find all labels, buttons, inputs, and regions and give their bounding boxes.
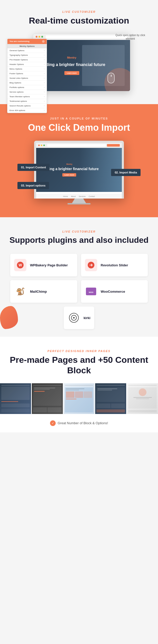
bottom-note-text: Great Number of Block & Options!: [58, 421, 108, 425]
thumb2-grid1: [33, 407, 47, 412]
thumb1-hero: [1, 387, 30, 400]
customizer-item-typography[interactable]: Typography Options: [7, 53, 47, 58]
customizer-item-testimonial[interactable]: Testimonial options: [7, 99, 47, 104]
browser-dot-yellow: [38, 36, 40, 38]
thumb3-cards: [66, 391, 92, 398]
customizer-panel-header: You are customizing: [7, 39, 47, 44]
customizer-item-menu[interactable]: Menu Options: [7, 67, 47, 71]
customizer-item-error[interactable]: Error 404 options: [7, 108, 47, 113]
thumb5-inner: [127, 383, 158, 414]
customizer-item-blog[interactable]: Blog Options: [7, 81, 47, 85]
thumb4-content: [96, 387, 125, 402]
customizer-item-team[interactable]: Team Member options: [7, 94, 47, 99]
thumb3-card1: [66, 391, 74, 398]
thumb4-bottom: [96, 403, 125, 408]
thumb3-card3: [84, 391, 92, 398]
wpbakery-label: WPBakery Page Builder: [30, 263, 68, 267]
section4-label: PERFECT DESIGNED INNER PAGES: [0, 350, 158, 353]
monitor-base: [67, 203, 91, 204]
site-hero: Mentry Building a brighter financial fut…: [33, 40, 130, 91]
close-icon[interactable]: [42, 40, 45, 43]
thumb5-line2: [136, 398, 149, 399]
thumb2-bar: [33, 385, 62, 386]
thumb2-inner: [32, 383, 63, 414]
blob-shape: [0, 306, 18, 329]
import-badge-content: 01. Import Content: [17, 164, 50, 171]
mailchimp-icon: 🐒: [14, 285, 26, 298]
thumb4-inner: [95, 383, 126, 414]
svg-text:W: W: [18, 263, 22, 267]
svg-text:woo: woo: [88, 291, 93, 293]
import-demo-wrapper: 01. Import Content 02. Import Media 03. …: [15, 141, 143, 204]
thumb2-grid2: [47, 407, 61, 412]
customizer-item-general[interactable]: General Options: [7, 48, 47, 53]
monitor-container: Mentry Building a brighter financial fut…: [34, 141, 124, 204]
monitor-cta: Learn more: [62, 173, 76, 177]
pages-preview: [0, 383, 158, 414]
thumb5-line1: [133, 397, 152, 398]
mouse-shape: [107, 73, 115, 83]
plugin-wpbakery: W WPBakery Page Builder: [10, 254, 77, 276]
page-thumb-2: [32, 383, 63, 414]
thumb2-line2: [34, 389, 50, 390]
nav-item4: Contact: [89, 195, 95, 197]
bottom-note: ✓ Great Number of Block & Options!: [0, 414, 158, 432]
dot-green: [43, 145, 45, 146]
quick-open-note: Quick open option by click element: [112, 34, 148, 41]
thumb4-bar: [96, 385, 125, 386]
customizer-demo: Quick open option by click element You a…: [7, 34, 151, 91]
revslider-label: Revolution Slider: [101, 263, 128, 267]
check-icon: ✓: [50, 420, 56, 426]
plugin-mailchimp: 🐒 MailChimp: [10, 280, 77, 303]
mouse-scroll: [111, 75, 112, 77]
premade-section: PERFECT DESIGNED INNER PAGES Pre-made Pa…: [0, 337, 158, 432]
thumb4-b2: [111, 403, 125, 408]
section2-label: JUST IN A COUPLE OF MINUTES: [5, 117, 153, 120]
decorative-blob-left: [0, 306, 21, 332]
customizer-item-service[interactable]: Service options: [7, 90, 47, 94]
svg-point-7: [73, 317, 75, 319]
customizer-item-search[interactable]: Search Results options: [7, 104, 47, 108]
site-logo: Mentry: [38, 56, 105, 59]
revslider-icon: [85, 259, 97, 271]
thumb5-bar: [128, 385, 157, 386]
section1-label: LIVE CUSTOMIZER: [5, 10, 153, 13]
dot-red: [38, 145, 40, 146]
import-badge-options: 03. Import options: [17, 182, 49, 189]
customizer-panel: You are customizing Mentry Options Gener…: [7, 39, 47, 113]
customizer-item-social[interactable]: Social Links Options: [7, 76, 47, 81]
cta-button[interactable]: Learn more: [64, 71, 79, 75]
monitor-nav-bottom: Home About Services Contact: [36, 194, 122, 199]
customizer-panel-sub: Mentry Options: [7, 44, 47, 48]
import-badge-media: 02. Import Media: [111, 169, 141, 176]
customizer-item-footer[interactable]: Footer Options: [7, 71, 47, 76]
browser-content: Mentry Building a brighter financial fut…: [33, 40, 130, 91]
thumb3-accent: [66, 399, 76, 399]
browser-dot-green: [41, 36, 43, 38]
section1-title: Real-time customization: [5, 15, 153, 26]
section2-title: One Click Demo Import: [5, 122, 153, 133]
customizer-item-header[interactable]: Header Options: [7, 62, 47, 67]
thumb4-line1: [97, 388, 117, 389]
customizer-item-preheader[interactable]: Pre-Header Options: [7, 58, 47, 62]
page-thumb-5: [127, 383, 158, 414]
thumb1-accent: [1, 401, 18, 402]
thumb3-line1: [66, 388, 84, 389]
thumb4-b1: [96, 403, 110, 408]
thumb2-accent: [34, 391, 45, 392]
thumb4-accent: [96, 409, 125, 412]
thumb3-bar: [65, 385, 93, 386]
page-thumb-4: [95, 383, 126, 414]
thumb5-avatar: [139, 388, 146, 396]
thumb3-hero: [65, 387, 93, 412]
dot-yellow: [41, 145, 42, 146]
monitor-url-bar: [47, 144, 106, 147]
plugins-section: LIVE CUSTOMIZER Supports plugins and als…: [0, 217, 158, 337]
wpbakery-icon: W: [14, 259, 26, 271]
kirki-icon: [68, 312, 80, 324]
site-hero-heading: Building a brighter financial future: [38, 62, 105, 68]
woocommerce-label: WooCommerce: [101, 290, 125, 293]
browser-dot-red: [36, 36, 37, 38]
customizer-item-portfolio[interactable]: Portfolio options: [7, 85, 47, 90]
thumb1-inner: [0, 383, 31, 414]
